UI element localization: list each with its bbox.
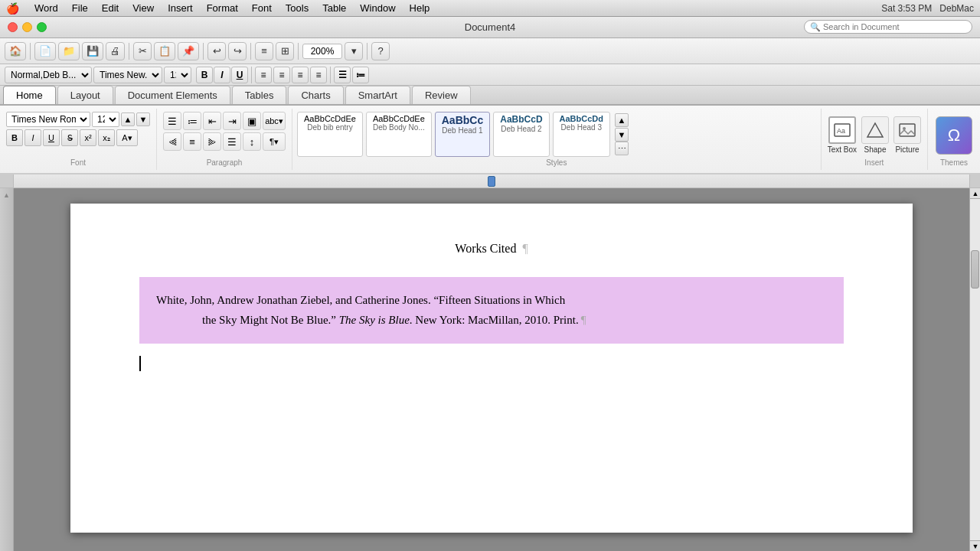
paste-btn[interactable]: 📌 [178,42,199,60]
tab-document-elements[interactable]: Document Elements [115,86,230,104]
menu-insert[interactable]: Insert [162,1,199,15]
align-left-icon[interactable]: ⫷ [163,132,181,151]
align-center-icon[interactable]: ≡ [183,132,201,151]
underline-button[interactable]: U [231,67,248,83]
style-head3[interactable]: AaBbCcDd Deb Head 3 [553,112,610,157]
indent-icon[interactable]: ⇥ [223,112,241,130]
style-body-sublabel: Deb Body No... [373,123,425,132]
font-size-up[interactable]: ▲ [121,112,135,126]
close-button[interactable] [8,22,18,32]
menu-window[interactable]: Window [354,1,401,15]
tab-layout[interactable]: Layout [57,86,113,104]
ribbon-underline[interactable]: U [43,129,60,146]
align-left[interactable]: ≡ [255,67,272,83]
print-btn[interactable]: 🖨 [106,42,125,60]
search-input[interactable] [804,20,972,34]
help-btn[interactable]: ? [371,42,390,60]
style-selector[interactable]: Normal,Deb B... [5,67,92,83]
redo-btn[interactable]: ↪ [228,42,247,60]
para-border-icon[interactable]: ▣ [243,112,261,130]
tab-review[interactable]: Review [412,86,471,104]
style-head1[interactable]: AaBbCс Deb Head 1 [435,112,490,157]
minimize-button[interactable] [22,22,32,32]
style-head2[interactable]: AaBbCcD Deb Head 2 [493,112,549,157]
ribbon-font-size[interactable]: 12 [92,112,119,127]
bullets-btn[interactable]: ☰ [334,67,351,83]
cut-btn[interactable]: ✂ [133,42,152,60]
copy-btn[interactable]: 📋 [154,42,175,60]
view-btn[interactable]: ≡ [255,42,273,60]
line-spacing-icon[interactable]: ↕ [243,132,261,151]
picture-block[interactable]: Picture [893,116,921,154]
home-btn[interactable]: 🏠 [5,42,26,60]
styles-more[interactable]: ⋯ [615,142,629,155]
themes-icon[interactable]: Ω [936,116,972,155]
ruler-tab-stop[interactable] [488,176,495,187]
outdent-icon[interactable]: ⇤ [203,112,221,130]
sep2 [129,43,129,60]
menu-font[interactable]: Font [246,1,278,15]
left-sidebar: ▲ [0,188,14,551]
tab-charts[interactable]: Charts [288,86,343,104]
menu-view[interactable]: View [126,1,160,15]
align-justify[interactable]: ≡ [310,67,327,83]
ribbon-strikethrough[interactable]: S̶ [61,129,78,146]
bold-button[interactable]: B [196,67,213,83]
styles-down[interactable]: ▼ [615,128,629,142]
menu-edit[interactable]: Edit [96,1,125,15]
scroll-thumb[interactable] [971,250,979,289]
bullets-icon[interactable]: ☰ [163,112,181,130]
zoom-dropdown[interactable]: ▾ [345,42,363,60]
ruler-right-margin [969,174,980,187]
menu-table[interactable]: Table [316,1,352,15]
tab-smartart[interactable]: SmartArt [345,86,410,104]
align-center[interactable]: ≡ [273,67,290,83]
tab-tables[interactable]: Tables [232,86,287,104]
maximize-button[interactable] [37,22,47,32]
menu-format[interactable]: Format [201,1,244,15]
new-btn[interactable]: 📄 [34,42,56,60]
menu-help[interactable]: Help [403,1,436,15]
sep6 [367,43,368,60]
ribbon-superscript[interactable]: x² [80,129,96,146]
numbering-btn[interactable]: ≔ [352,67,369,83]
undo-btn[interactable]: ↩ [207,42,226,60]
style-bib-entry[interactable]: AaBbCcDdEe Deb bib entry [297,112,363,157]
align-justify-icon[interactable]: ☰ [223,132,241,151]
style-head2-sublabel: Deb Head 2 [500,125,542,133]
save-btn[interactable]: 💾 [82,42,103,60]
ribbon-italic[interactable]: I [24,129,41,146]
table-btn[interactable]: ⊞ [276,42,294,60]
tab-bar: Home Layout Document Elements Tables Cha… [0,86,980,106]
font-name-dropdown[interactable]: Times New Roman [6,112,90,127]
ribbon-themes-section: Ω Themes [928,109,980,170]
para-shading-icon[interactable]: abc▾ [263,112,286,130]
styles-up[interactable]: ▲ [615,113,629,127]
numbering-icon[interactable]: ≔ [183,112,201,130]
menu-tools[interactable]: Tools [279,1,315,15]
style-body[interactable]: AaBbCcDdEe Deb Body No... [366,112,432,157]
scroll-down-arrow[interactable]: ▼ [970,540,980,551]
menu-word[interactable]: Word [28,1,64,15]
show-all-icon[interactable]: ¶▾ [263,132,286,151]
align-right-icon[interactable]: ⫸ [203,132,221,151]
font-size-selector[interactable]: 12 [164,67,191,83]
font-size-down[interactable]: ▼ [136,112,150,126]
open-btn[interactable]: 📁 [58,42,80,60]
text-box-block[interactable]: Aa Text Box [828,116,857,154]
text-cursor [139,356,141,371]
scroll-up-arrow[interactable]: ▲ [970,188,980,199]
style-bib-sublabel: Deb bib entry [304,123,356,132]
font-selector[interactable]: Times New... [93,67,162,83]
italic-button[interactable]: I [214,67,230,83]
ribbon-subscript[interactable]: x₂ [98,129,115,146]
sep4 [250,43,251,60]
apple-menu[interactable]: 🍎 [6,2,19,15]
ribbon-color[interactable]: A▾ [116,129,138,146]
shape-block[interactable]: Shape [861,116,889,154]
menu-file[interactable]: File [66,1,94,15]
tab-home[interactable]: Home [3,86,56,104]
align-right[interactable]: ≡ [292,67,309,83]
ribbon-bold[interactable]: B [6,129,23,146]
zoom-level[interactable]: 200% [302,44,342,59]
